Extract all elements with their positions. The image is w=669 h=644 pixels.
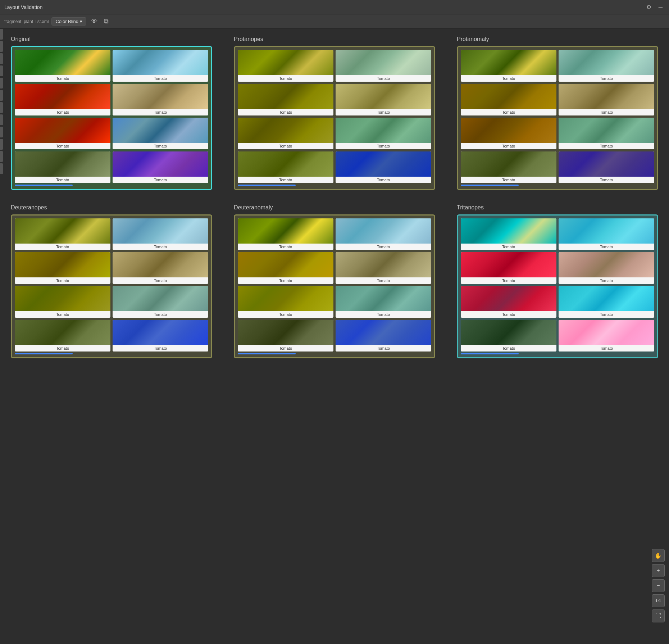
image-label: Tomato xyxy=(113,277,208,284)
image-card: Tomato xyxy=(238,320,333,352)
panel-frame-deuteranopes: TomatoTomatoTomatoTomatoTomatoTomatoToma… xyxy=(11,214,212,358)
image-card: Tomato xyxy=(559,320,654,352)
image-card: Tomato xyxy=(15,151,110,183)
image-label: Tomato xyxy=(238,244,333,250)
title-bar-left: Layout Validation xyxy=(4,4,42,10)
image-thumbnail xyxy=(238,84,333,109)
image-label: Tomato xyxy=(336,345,431,352)
hand-tool-button[interactable]: ✋ xyxy=(652,549,665,562)
title-bar: Layout Validation ⚙ ─ xyxy=(0,0,669,14)
image-grid-deuteranopes: TomatoTomatoTomatoTomatoTomatoTomatoToma… xyxy=(15,218,208,352)
title-bar-right: ⚙ ─ xyxy=(644,3,665,11)
copy-icon-button[interactable]: ⧉ xyxy=(102,17,110,26)
image-label: Tomato xyxy=(336,143,431,149)
image-thumbnail xyxy=(336,118,431,143)
image-thumbnail xyxy=(113,151,208,177)
image-card: Tomato xyxy=(15,286,110,318)
image-thumbnail xyxy=(461,218,556,244)
image-label: Tomato xyxy=(336,277,431,284)
image-label: Tomato xyxy=(559,345,654,352)
image-thumbnail xyxy=(559,218,654,244)
scroll-indicator xyxy=(238,353,296,354)
image-card: Tomato xyxy=(238,218,333,250)
side-markers xyxy=(0,29,4,640)
image-label: Tomato xyxy=(336,75,431,82)
image-thumbnail xyxy=(238,151,333,177)
image-card: Tomato xyxy=(559,151,654,183)
image-grid-tritanopes: TomatoTomatoTomatoTomatoTomatoTomatoToma… xyxy=(461,218,654,352)
image-card: Tomato xyxy=(15,50,110,82)
panel-original: OriginalTomatoTomatoTomatoTomatoTomatoTo… xyxy=(11,36,212,190)
panel-frame-tritanopes: TomatoTomatoTomatoTomatoTomatoTomatoToma… xyxy=(457,214,658,358)
image-card: Tomato xyxy=(461,286,556,318)
image-label: Tomato xyxy=(559,277,654,284)
image-thumbnail xyxy=(336,50,431,75)
main-content: OriginalTomatoTomatoTomatoTomatoTomatoTo… xyxy=(0,29,669,366)
image-label: Tomato xyxy=(559,143,654,149)
mode-label: Color Blind xyxy=(55,19,78,24)
image-thumbnail xyxy=(461,84,556,109)
panel-deuteranopes: DeuteranopesTomatoTomatoTomatoTomatoToma… xyxy=(11,204,212,358)
scroll-indicator xyxy=(238,185,296,186)
image-thumbnail xyxy=(15,118,110,143)
image-thumbnail xyxy=(336,320,431,345)
panel-frame-deuteranomaly: TomatoTomatoTomatoTomatoTomatoTomatoToma… xyxy=(234,214,435,358)
panel-tritanopes: TritanopesTomatoTomatoTomatoTomatoTomato… xyxy=(457,204,658,358)
image-thumbnail xyxy=(559,118,654,143)
image-thumbnail xyxy=(15,252,110,277)
image-card: Tomato xyxy=(336,320,431,352)
image-card: Tomato xyxy=(15,118,110,149)
side-marker xyxy=(0,29,3,40)
image-label: Tomato xyxy=(15,244,110,250)
image-label: Tomato xyxy=(238,277,333,284)
settings-button[interactable]: ⚙ xyxy=(644,3,654,11)
panel-title-original: Original xyxy=(11,36,212,42)
image-label: Tomato xyxy=(113,75,208,82)
image-card: Tomato xyxy=(15,320,110,352)
image-label: Tomato xyxy=(15,311,110,318)
side-marker xyxy=(0,90,3,101)
image-thumbnail xyxy=(461,151,556,177)
image-label: Tomato xyxy=(113,109,208,115)
image-thumbnail xyxy=(15,218,110,244)
image-thumbnail xyxy=(238,118,333,143)
minimize-button[interactable]: ─ xyxy=(656,3,665,11)
zoom-in-button[interactable]: + xyxy=(652,564,665,577)
image-thumbnail xyxy=(461,286,556,311)
image-label: Tomato xyxy=(238,177,333,183)
image-thumbnail xyxy=(113,118,208,143)
image-thumbnail xyxy=(336,84,431,109)
image-label: Tomato xyxy=(15,75,110,82)
image-thumbnail xyxy=(559,320,654,345)
image-thumbnail xyxy=(559,286,654,311)
image-thumbnail xyxy=(238,50,333,75)
scroll-indicator xyxy=(461,185,519,186)
image-card: Tomato xyxy=(336,218,431,250)
eye-icon-button[interactable]: 👁 xyxy=(89,17,99,26)
image-thumbnail xyxy=(15,320,110,345)
side-marker xyxy=(0,78,3,89)
image-label: Tomato xyxy=(461,143,556,149)
image-label: Tomato xyxy=(238,109,333,115)
image-card: Tomato xyxy=(113,252,208,284)
image-grid-protanopes: TomatoTomatoTomatoTomatoTomatoTomatoToma… xyxy=(238,50,431,183)
scroll-indicator xyxy=(15,353,73,354)
zoom-out-button[interactable]: − xyxy=(652,579,665,592)
image-thumbnail xyxy=(15,50,110,75)
panel-title-deuteranopes: Deuteranopes xyxy=(11,204,212,211)
image-label: Tomato xyxy=(461,244,556,250)
image-card: Tomato xyxy=(238,286,333,318)
scroll-indicator xyxy=(461,353,519,354)
image-card: Tomato xyxy=(15,218,110,250)
mode-dropdown[interactable]: Color Blind ▾ xyxy=(51,17,86,26)
image-thumbnail xyxy=(113,50,208,75)
panel-protanopes: ProtanopesTomatoTomatoTomatoTomatoTomato… xyxy=(234,36,435,190)
image-card: Tomato xyxy=(461,252,556,284)
image-label: Tomato xyxy=(113,244,208,250)
side-marker xyxy=(0,41,3,52)
expand-button[interactable]: ⛶ xyxy=(652,609,665,622)
image-thumbnail xyxy=(113,218,208,244)
ratio-button[interactable]: 1:1 xyxy=(652,594,665,607)
panel-title-tritanopes: Tritanopes xyxy=(457,204,658,211)
panel-deuteranomaly: DeuteranomalyTomatoTomatoTomatoTomatoTom… xyxy=(234,204,435,358)
